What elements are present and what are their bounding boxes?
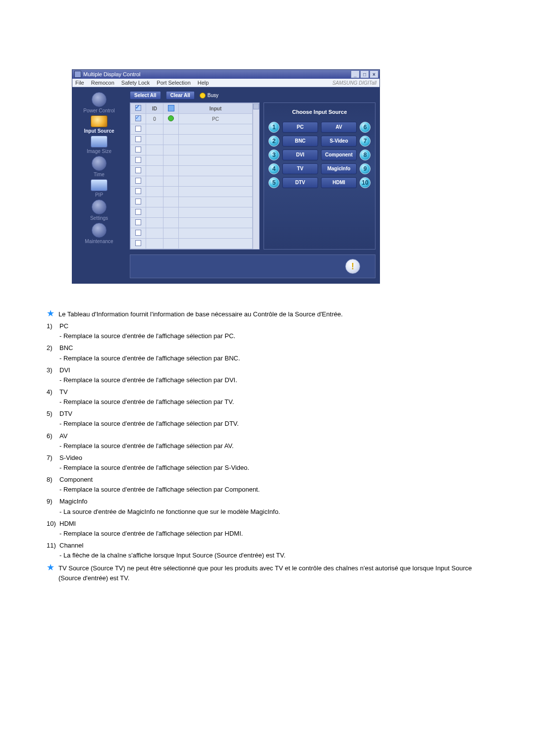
item-desc: - Remplace la source d'entrée de l'affic… xyxy=(59,485,495,495)
source-button-pc[interactable]: PC xyxy=(282,122,318,133)
maintenance-icon xyxy=(92,223,107,238)
row-input xyxy=(179,176,253,187)
source-button-dtv[interactable]: DTV xyxy=(282,177,318,188)
col-id: ID xyxy=(146,103,163,114)
row-input: PC xyxy=(179,114,253,124)
header-check-icon[interactable] xyxy=(135,105,141,111)
row-check-icon[interactable] xyxy=(135,188,141,194)
nav-time[interactable]: Time xyxy=(92,156,107,177)
row-check-icon[interactable] xyxy=(135,178,141,184)
row-check-icon[interactable] xyxy=(135,136,141,142)
nav-label: Settings xyxy=(90,215,108,221)
item-title: Component xyxy=(59,475,93,485)
table-row[interactable] xyxy=(131,207,253,218)
source-button-dvi[interactable]: DVI xyxy=(282,150,318,160)
row-check-icon[interactable] xyxy=(135,115,141,121)
row-check-icon[interactable] xyxy=(135,209,141,215)
row-check-icon[interactable] xyxy=(135,240,141,246)
row-id xyxy=(146,166,163,176)
titlebar: Multiple Display Control _ □ × xyxy=(72,70,379,79)
row-check-icon[interactable] xyxy=(135,199,141,204)
settings-icon xyxy=(92,200,107,214)
item-title: BNC xyxy=(59,343,73,353)
table-row[interactable] xyxy=(131,155,253,166)
item-number: 8) xyxy=(47,475,59,485)
warning-icon: ! xyxy=(345,259,360,274)
item-number: 10) xyxy=(47,519,59,529)
maximize-button[interactable]: □ xyxy=(360,70,369,78)
menu-remocon[interactable]: Remocon xyxy=(91,80,114,86)
item-desc: - Remplace la source d'entrée de l'affic… xyxy=(59,397,495,407)
table-row[interactable]: 0PC xyxy=(131,114,253,124)
item-desc: - Remplace la source d'entrée de l'affic… xyxy=(59,529,495,539)
table-row[interactable] xyxy=(131,124,253,135)
source-button-s-video[interactable]: S-Video xyxy=(321,136,357,147)
row-check-icon[interactable] xyxy=(135,126,141,132)
col-input: Input xyxy=(179,103,253,114)
row-check-icon[interactable] xyxy=(135,167,141,173)
table-row[interactable] xyxy=(131,197,253,207)
table-row[interactable] xyxy=(131,166,253,176)
minimize-button[interactable]: _ xyxy=(351,70,360,78)
menu-port-selection[interactable]: Port Selection xyxy=(157,80,190,86)
table-row[interactable] xyxy=(131,176,253,187)
nav-maintenance[interactable]: Maintenance xyxy=(85,223,113,244)
window-title: Multiple Display Control xyxy=(83,71,141,77)
source-button-bnc[interactable]: BNC xyxy=(282,136,318,147)
nav-label: Image Size xyxy=(87,149,111,154)
star-icon: ★ xyxy=(47,309,54,318)
toolbar: Select All Clear All Busy xyxy=(126,87,379,102)
row-id xyxy=(146,187,163,197)
table-row[interactable] xyxy=(131,145,253,155)
table-row[interactable] xyxy=(131,228,253,239)
row-check-icon[interactable] xyxy=(135,157,141,163)
item-desc: - Remplace la source d'entrée de l'affic… xyxy=(59,441,495,451)
table-row[interactable] xyxy=(131,218,253,228)
choose-input-source-panel: Choose Input Source 1PCAV62BNCS-Video73D… xyxy=(264,102,375,250)
list-item: 2)BNC- Remplace la source d'entrée de l'… xyxy=(47,343,495,363)
nav-label: Maintenance xyxy=(85,239,113,244)
list-item: 7)S-Video- Remplace la source d'entrée d… xyxy=(47,453,495,473)
item-number: 7) xyxy=(47,453,59,463)
source-button-av[interactable]: AV xyxy=(321,122,357,133)
table-row[interactable] xyxy=(131,187,253,197)
menu-file[interactable]: File xyxy=(75,80,84,86)
nav-settings[interactable]: Settings xyxy=(90,200,108,221)
callout-number: 9 xyxy=(360,163,371,174)
item-number: 2) xyxy=(47,343,59,353)
menu-safety-lock[interactable]: Safety Lock xyxy=(121,80,150,86)
scrollbar[interactable] xyxy=(253,103,259,249)
left-nav: Power Control Input Source Image Size Ti… xyxy=(72,87,126,283)
source-button-component[interactable]: Component xyxy=(321,150,357,160)
item-title: DVI xyxy=(59,365,70,375)
row-check-icon[interactable] xyxy=(135,230,141,236)
table-row[interactable] xyxy=(131,239,253,249)
nav-image-size[interactable]: Image Size xyxy=(87,136,111,154)
select-all-button[interactable]: Select All xyxy=(130,91,161,100)
scroll-up-icon[interactable] xyxy=(253,103,259,109)
nav-pip[interactable]: PIP xyxy=(91,179,107,198)
row-input xyxy=(179,145,253,155)
table-row[interactable] xyxy=(131,135,253,145)
clear-all-button[interactable]: Clear All xyxy=(166,91,195,100)
item-title: AV xyxy=(59,431,67,441)
callout-number: 6 xyxy=(360,122,371,133)
row-check-icon[interactable] xyxy=(135,147,141,152)
item-number: 4) xyxy=(47,387,59,397)
row-id xyxy=(146,207,163,218)
item-title: S-Video xyxy=(59,453,82,463)
row-id xyxy=(146,155,163,166)
close-button[interactable]: × xyxy=(370,70,378,78)
row-input xyxy=(179,135,253,145)
callout-number: 10 xyxy=(360,177,371,188)
source-button-magicinfo[interactable]: MagicInfo xyxy=(321,163,357,174)
nav-input-source[interactable]: Input Source xyxy=(84,115,114,134)
menu-help[interactable]: Help xyxy=(198,80,209,86)
source-button-hdmi[interactable]: HDMI xyxy=(321,177,357,188)
row-check-icon[interactable] xyxy=(135,219,141,225)
time-icon xyxy=(92,156,107,171)
row-id xyxy=(146,218,163,228)
nav-power-control[interactable]: Power Control xyxy=(83,92,114,113)
item-desc: - Remplace la source d'entrée de l'affic… xyxy=(59,375,495,385)
source-button-tv[interactable]: TV xyxy=(282,163,318,174)
